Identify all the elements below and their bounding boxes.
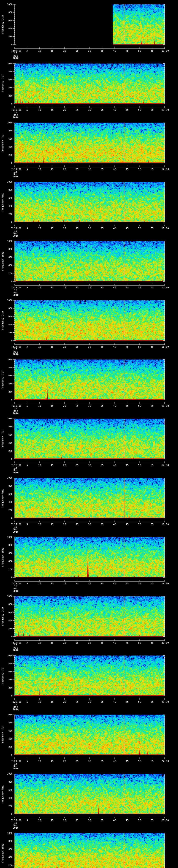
x-minute-label: 5 [26,582,28,585]
x-axis-date-line: 2016 [13,57,19,59]
x-minute-label: 10 [38,345,41,348]
x-minute-label: 55 [151,582,154,585]
y-tick-label: 400 [8,441,12,444]
y-tick-label: 1000 [7,3,12,5]
y-tick-label: 400 [8,323,12,326]
axis-lines-and-ticks [13,4,165,49]
x-axis-date-line: 2016 [13,412,19,414]
x-minute-label: 15 [51,464,54,466]
x-minute-label: 15 [51,641,54,644]
x-minute-label: 5 [26,227,28,230]
x-minute-label: 45 [126,464,129,466]
x-minute-label: 30 [88,345,91,348]
panel-axes: 10008006004002000Frequency (Hz)7:13:0051… [0,237,178,296]
y-axis-title: Frequency (Hz) [1,784,4,804]
x-minute-label: 15 [51,227,54,230]
x-minute-label: 35 [101,701,103,703]
axis-lines-and-ticks [13,774,165,818]
x-minute-label: 15 [51,345,54,348]
y-tick-label: 1000 [7,181,12,183]
x-minute-label: 15 [51,701,54,703]
x-end-time-label: 21:00 [161,701,169,703]
spectrogram-panel: 10008006004002000Frequency (Hz)7:22:0051… [0,770,178,829]
x-minute-label: 30 [88,404,91,407]
y-tick-label: 600 [8,433,12,436]
axis-lines-and-ticks [13,715,165,759]
x-minute-label: 30 [88,464,91,466]
y-tick-label: 200 [8,450,12,452]
x-axis-date-line: 2016 [13,530,19,533]
y-tick-label: 200 [8,746,12,748]
spectrogram-panel: 10008006004002000Frequency (Hz)7:14:0051… [0,296,178,355]
y-tick-label: 800 [8,129,12,132]
x-axis-date-line: 2016 [13,175,19,178]
x-minute-label: 5 [26,404,28,407]
y-tick-label: 1000 [7,299,12,302]
y-tick-label: 400 [8,146,12,148]
x-minute-label: 10 [38,227,41,230]
y-tick-label: 1000 [7,773,12,775]
y-tick-label: 200 [8,154,12,156]
x-minute-label: 5 [26,108,28,111]
spectrogram-panel: 10008006004002000Frequency (Hz)7:17:0051… [0,473,178,533]
y-tick-label: 400 [8,856,12,859]
x-start-time-label: 7:20:00 [11,701,21,703]
x-minute-label: 10 [38,701,41,703]
y-tick-label: 800 [8,780,12,783]
x-axis-date-line: 2016 [13,767,19,770]
y-tick-label: 800 [8,248,12,250]
x-minute-label: 55 [151,168,154,170]
y-tick-label: 200 [8,805,12,807]
y-axis-title: Frequency (Hz) [1,133,4,152]
x-minute-label: 10 [38,582,41,585]
panel-axes: 10008006004002000Frequency (Hz)7:18:0051… [0,533,178,592]
x-end-time-label: 14:00 [161,286,169,289]
panel-axes: 10008006004002000Frequency (Hz)7:11:0051… [0,118,178,178]
x-minute-label: 40 [113,641,116,644]
x-minute-label: 25 [76,641,79,644]
x-minute-label: 20 [63,227,66,230]
x-minute-label: 45 [126,108,129,111]
x-start-time-label: 7:21:00 [11,760,21,763]
x-minute-label: 15 [51,760,54,763]
x-start-time-label: 7:16:00 [11,464,21,466]
x-axis-date-line: 2016 [13,293,19,296]
spectrogram-panel: 10008006004002000Frequency (Hz)7:20:0051… [0,651,178,710]
y-tick-label: 200 [8,509,12,512]
x-minute-label: 20 [63,641,66,644]
spectrogram-panel: 10008006004002000Frequency (Hz)7:23:0051… [0,829,178,868]
y-tick-label: 800 [8,189,12,191]
x-minute-label: 55 [151,404,154,407]
y-tick-label: 1000 [7,62,12,65]
y-axis-title: Frequency (Hz) [1,429,4,448]
y-tick-label: 600 [8,256,12,258]
axis-lines-and-ticks [13,833,165,868]
x-minute-label: 15 [51,286,54,289]
x-minute-label: 40 [113,49,116,52]
spectrogram-panel: 10008006004002000Frequency (Hz)7:19:0051… [0,592,178,651]
panel-axes: 10008006004002000Frequency (Hz)7:10:0051… [0,59,178,118]
x-minute-label: 35 [101,819,103,822]
x-minute-label: 45 [126,286,129,289]
y-tick-label: 800 [8,70,12,73]
x-end-time-label: 19:00 [161,582,169,585]
y-tick-label: 400 [8,560,12,562]
x-minute-label: 15 [51,523,54,526]
x-minute-label: 55 [151,108,154,111]
x-minute-label: 45 [126,227,129,230]
y-tick-label: 400 [8,264,12,267]
x-minute-label: 5 [26,760,28,763]
panel-axes: 10008006004002000Frequency (Hz)7:22:0051… [0,770,178,829]
x-minute-label: 15 [51,108,54,111]
spectrogram-panel: 10008006004002000Frequency (Hz)7:09:0051… [0,0,178,59]
y-tick-label: 1000 [7,240,12,242]
x-minute-label: 20 [63,701,66,703]
y-tick-label: 200 [8,686,12,689]
x-minute-label: 10 [38,108,41,111]
x-axis-date-line: 2016 [13,116,19,118]
spectrogram-panel: 10008006004002000Frequency (Hz)7:21:0051… [0,710,178,770]
y-tick-label: 0 [11,221,12,223]
x-minute-label: 30 [88,168,91,170]
y-tick-label: 800 [8,425,12,428]
x-minute-label: 20 [63,345,66,348]
